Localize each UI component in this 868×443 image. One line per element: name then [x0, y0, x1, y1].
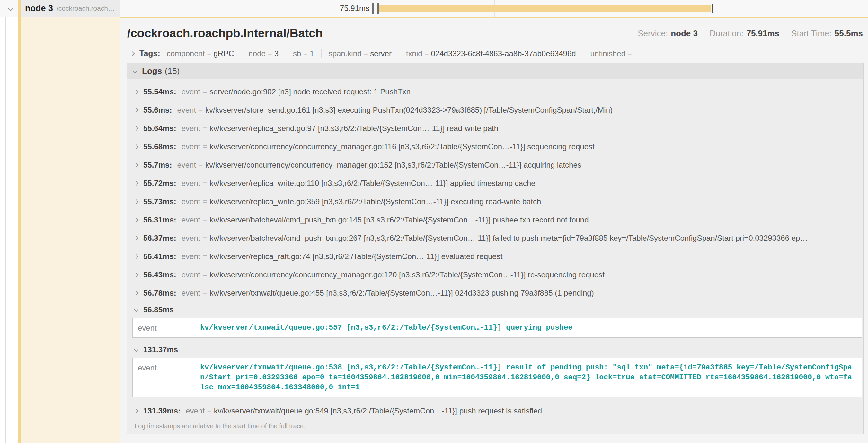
span-duration-bar[interactable]: [379, 5, 711, 12]
log-field-value: kv/kvserver/txnwait/queue.go:557 [n3,s3,…: [200, 323, 862, 333]
log-field-name: event: [133, 363, 200, 373]
chevron-right-icon: [130, 51, 134, 56]
chevron-right-icon: [134, 163, 138, 167]
logs-footer-note: Log timestamps are relative to the start…: [127, 420, 863, 434]
span-color-accent-bar: [18, 0, 21, 443]
tag-item: sb=1: [286, 49, 321, 58]
chevron-right-icon: [134, 107, 138, 112]
log-row[interactable]: 56.31ms: event = kv/kvserver/batcheval/c…: [127, 211, 863, 229]
log-field-value: kv/kvserver/txnwait/queue.go:538 [n3,s3,…: [200, 363, 862, 393]
chevron-right-icon: [134, 236, 138, 240]
tag-item: component=gRPC: [167, 49, 241, 58]
logs-body: 55.54ms: event = server/node.go:902 [n3]…: [127, 79, 863, 434]
span-detail-header: /cockroach.roachpb.Internal/Batch Servic…: [127, 18, 864, 40]
collapse-span-chevron-down-icon[interactable]: [8, 6, 13, 11]
log-row[interactable]: 55.72ms: event = kv/kvserver/replica_wri…: [127, 174, 863, 192]
chevron-right-icon: [134, 217, 138, 222]
log-row[interactable]: 56.78ms: event = kv/kvserver/txnwait/que…: [127, 284, 863, 302]
chevron-right-icon: [134, 89, 138, 94]
log-row[interactable]: 55.7ms: event = kv/kvserver/concurrency/…: [127, 156, 863, 174]
log-row[interactable]: 55.54ms: event = server/node.go:902 [n3]…: [127, 82, 863, 101]
timeline-gridline: [307, 0, 307, 17]
chevron-right-icon: [134, 408, 138, 413]
tag-item: node=3: [241, 49, 286, 58]
chevron-right-icon: [134, 181, 138, 185]
span-row-highlight-panel: [21, 17, 120, 443]
tag-item: txnid=024d3323-6c8f-4863-aa8b-37ab0e6349…: [399, 49, 583, 58]
log-row[interactable]: 55.6ms: event = kv/kvserver/store_send.g…: [127, 101, 863, 119]
logs-section: Logs (15) 55.54ms: event = server/node.g…: [127, 63, 864, 434]
chevron-right-icon: [134, 291, 138, 295]
log-marker-ticks: [371, 3, 379, 14]
log-row[interactable]: 55.64ms: event = kv/kvserver/replica_sen…: [127, 119, 863, 137]
span-operation-name-truncated: /cockroach.roach…: [57, 4, 115, 12]
logs-accordion-header[interactable]: Logs (15): [127, 63, 863, 79]
chevron-right-icon: [134, 272, 138, 277]
log-row[interactable]: 56.41ms: event = kv/kvserver/replica_raf…: [127, 247, 863, 266]
meta-divider: [785, 29, 785, 38]
chevron-right-icon: [134, 254, 138, 259]
duration-value: 75.91ms: [746, 29, 779, 38]
chevron-right-icon: [134, 126, 138, 130]
log-fields-card: event kv/kvserver/txnwait/queue.go:557 […: [132, 318, 862, 338]
log-entry-expanded-header[interactable]: 56.85ms: [127, 302, 863, 317]
start-time-label: Start Time:: [791, 29, 832, 38]
chevron-down-icon: [134, 308, 138, 312]
tags-accordion-header[interactable]: Tags: component=gRPC node=3 sb=1 span.ki…: [127, 45, 864, 62]
chevron-right-icon: [134, 199, 138, 204]
log-row[interactable]: 55.73ms: event = kv/kvserver/replica_wri…: [127, 192, 863, 211]
tag-item: span.kind=server: [321, 49, 399, 58]
service-label: Service:: [638, 29, 668, 38]
log-row[interactable]: 55.68ms: event = kv/kvserver/concurrency…: [127, 137, 863, 156]
span-meta: Service: node 3 Duration: 75.91ms Start …: [638, 29, 863, 38]
log-fields-card: event kv/kvserver/txnwait/queue.go:538 […: [132, 358, 862, 398]
span-name-tab[interactable]: node 3 /cockroach.roach…: [21, 0, 120, 17]
log-row[interactable]: 56.43ms: event = kv/kvserver/concurrency…: [127, 266, 863, 284]
span-end-log-marker: [712, 3, 713, 13]
gutter-divider-line: [5, 0, 6, 443]
timeline-header-row: node 3 /cockroach.roach… 75.91ms: [0, 0, 868, 17]
tags-list: component=gRPC node=3 sb=1 span.kind=ser…: [167, 49, 641, 58]
chevron-down-icon: [133, 69, 137, 73]
chevron-right-icon: [134, 144, 138, 149]
span-operation-title: /cockroach.roachpb.Internal/Batch: [127, 27, 323, 40]
span-detail-panel: /cockroach.roachpb.Internal/Batch Servic…: [120, 17, 868, 443]
log-field-name: event: [133, 323, 200, 333]
service-value: node 3: [671, 29, 698, 38]
log-row[interactable]: 56.37ms: event = kv/kvserver/batcheval/c…: [127, 229, 863, 247]
log-row[interactable]: 131.39ms: event = kv/kvserver/txnwait/qu…: [127, 402, 863, 420]
span-service-name: node 3: [25, 3, 53, 13]
span-duration-label: 75.91ms: [318, 0, 369, 17]
tags-label: Tags:: [140, 49, 160, 58]
chevron-down-icon: [134, 347, 138, 352]
logs-title: Logs: [142, 66, 162, 76]
log-entry-expanded: 131.37ms event kv/kvserver/txnwait/queue…: [127, 342, 863, 398]
log-entry-expanded-header[interactable]: 131.37ms: [127, 342, 863, 357]
start-time-value: 55.5ms: [835, 29, 863, 38]
logs-count: (15): [165, 66, 180, 76]
duration-label: Duration:: [710, 29, 744, 38]
meta-divider: [704, 29, 704, 38]
log-entry-expanded: 56.85ms event kv/kvserver/txnwait/queue.…: [127, 302, 863, 338]
tag-item: unfinished=: [583, 49, 641, 58]
